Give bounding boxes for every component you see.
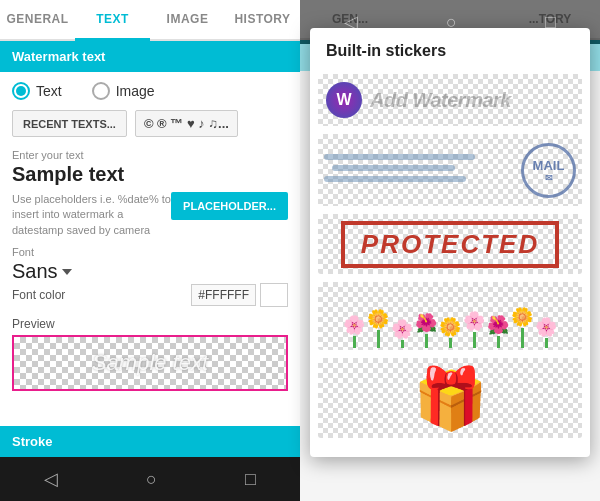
enter-text-label: Enter your text <box>12 149 288 161</box>
mail-stamp-inner: ✉ <box>545 173 553 183</box>
section-header-watermark-text: Watermark text <box>0 41 300 72</box>
radio-image-indicator[interactable] <box>92 82 110 100</box>
dialog-title: Built-in stickers <box>310 28 590 70</box>
sticker-item-logo[interactable]: W Add Watermark <box>318 74 582 126</box>
tab-history[interactable]: HISTORY <box>225 0 300 39</box>
tab-text[interactable]: TEXT <box>75 0 150 41</box>
home-nav-icon[interactable]: ○ <box>146 469 157 490</box>
flower-4: 🌺 <box>415 312 437 348</box>
font-color-label: Font color <box>12 288 191 302</box>
mail-line-3 <box>324 176 466 182</box>
flower-6: 🌸 <box>463 310 485 348</box>
font-color-swatch[interactable] <box>260 283 288 307</box>
tab-image[interactable]: IMAGE <box>150 0 225 39</box>
font-color-hex-display[interactable]: #FFFFFF <box>191 284 256 306</box>
flower-1: 🌸 <box>343 314 365 348</box>
radio-text-label: Text <box>36 83 62 99</box>
mail-stamp: MAIL ✉ <box>521 143 576 198</box>
stem-6 <box>473 332 476 348</box>
back-nav-icon[interactable]: ◁ <box>44 468 58 490</box>
sticker-item-gift[interactable]: 🎁 <box>318 358 582 438</box>
preview-text: Sample text <box>92 350 208 376</box>
mail-line-1 <box>324 154 475 160</box>
section-header-stroke: Stroke <box>0 426 300 457</box>
flower-2: 🌼 <box>367 308 389 348</box>
stem-7 <box>497 336 500 348</box>
flower-head-7: 🌺 <box>487 314 509 336</box>
tab-general[interactable]: GENERAL <box>0 0 75 39</box>
stem-4 <box>425 334 428 348</box>
stem-8 <box>521 328 524 348</box>
flower-7: 🌺 <box>487 314 509 348</box>
mail-line-2 <box>332 165 455 171</box>
radio-image-option[interactable]: Image <box>92 82 155 100</box>
font-label: Font <box>12 246 288 258</box>
radio-text-option[interactable]: Text <box>12 82 62 100</box>
font-name-display: Sans <box>12 260 58 283</box>
sample-text-display: Sample text <box>12 163 288 186</box>
flower-head-3: 🌸 <box>391 318 413 340</box>
stem-3 <box>401 340 404 348</box>
text-tools-row: RECENT TEXTS... © ® ™ ♥ ♪ ♫... <box>12 110 288 137</box>
logo-text: Add Watermark <box>370 89 511 112</box>
radio-image-label: Image <box>116 83 155 99</box>
flower-9: 🌸 <box>535 316 557 348</box>
stem-5 <box>449 338 452 348</box>
watermark-type-selector: Text Image <box>12 82 288 100</box>
mail-stamp-text: MAIL <box>533 158 565 173</box>
flower-head-8: 🌼 <box>511 306 533 328</box>
text-settings-content: Text Image RECENT TEXTS... © ® ™ ♥ ♪ ♫..… <box>0 72 300 426</box>
flowers-row: 🌸 🌼 🌸 🌺 <box>343 306 557 348</box>
sticker-list: W Add Watermark MAIL ✉ PROTECTED <box>310 70 590 457</box>
radio-text-indicator[interactable] <box>12 82 30 100</box>
flower-head-6: 🌸 <box>463 310 485 332</box>
font-selector[interactable]: Sans <box>12 260 288 283</box>
right-panel: GEN... ...TORY Wate... Built-in stickers… <box>300 0 600 501</box>
protected-text: PROTECTED <box>361 229 539 259</box>
symbols-button[interactable]: © ® ™ ♥ ♪ ♫... <box>135 110 238 137</box>
flower-head-9: 🌸 <box>535 316 557 338</box>
flower-head-1: 🌸 <box>343 314 365 336</box>
flower-5: 🌼 <box>439 316 461 348</box>
flower-head-4: 🌺 <box>415 312 437 334</box>
stem-9 <box>545 338 548 348</box>
sticker-item-flowers[interactable]: 🌸 🌼 🌸 🌺 <box>318 282 582 350</box>
logo-icon: W <box>326 82 362 118</box>
hint-row: PLACEHOLDER... Use placeholders i.e. %da… <box>12 192 288 246</box>
stem-2 <box>377 330 380 348</box>
sticker-item-protected[interactable]: PROTECTED <box>318 214 582 274</box>
tab-bar: GENERAL TEXT IMAGE HISTORY <box>0 0 300 41</box>
stem-1 <box>353 336 356 348</box>
protected-border: PROTECTED <box>341 221 559 268</box>
gift-emoji: 🎁 <box>413 363 488 434</box>
left-panel: GENERAL TEXT IMAGE HISTORY Watermark tex… <box>0 0 300 501</box>
mail-lines <box>324 154 513 187</box>
sticker-item-mail[interactable]: MAIL ✉ <box>318 134 582 206</box>
font-dropdown-icon[interactable] <box>62 269 72 275</box>
flower-head-2: 🌼 <box>367 308 389 330</box>
preview-label: Preview <box>12 317 288 331</box>
flower-head-5: 🌼 <box>439 316 461 338</box>
recent-texts-button[interactable]: RECENT TEXTS... <box>12 110 127 137</box>
preview-box: Sample text <box>12 335 288 391</box>
flower-3: 🌸 <box>391 318 413 348</box>
sticker-dialog: Built-in stickers W Add Watermark MAIL ✉ <box>310 28 590 457</box>
flower-8: 🌼 <box>511 306 533 348</box>
placeholder-button[interactable]: PLACEHOLDER... <box>171 192 288 220</box>
font-color-row: Font color #FFFFFF <box>12 283 288 307</box>
bottom-navigation-left: ◁ ○ □ <box>0 457 300 501</box>
recent-nav-icon[interactable]: □ <box>245 469 256 490</box>
